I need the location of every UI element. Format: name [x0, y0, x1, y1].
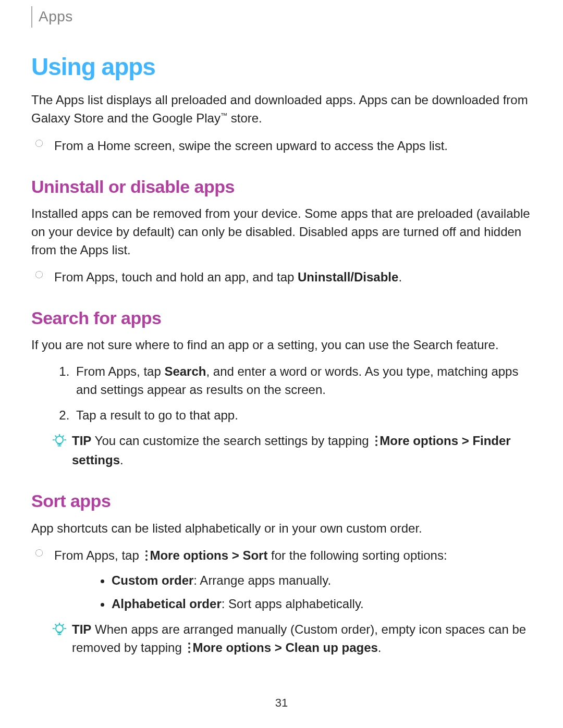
intro-bullets: From a Home screen, swipe the screen upw…: [31, 137, 532, 155]
chevron: >: [271, 640, 285, 655]
tip-label: TIP: [72, 434, 91, 448]
alpha-order-label: Alphabetical order: [112, 597, 222, 611]
svg-point-2: [375, 440, 377, 442]
list-item: Custom order: Arrange apps manually.: [112, 572, 532, 590]
more-options-label: More options: [192, 640, 271, 655]
section-label: Apps: [39, 8, 73, 24]
heading-search: Search for apps: [31, 305, 532, 331]
svg-point-3: [375, 444, 377, 446]
uninstall-bullet-post: .: [398, 270, 402, 284]
lightbulb-icon: [52, 622, 67, 636]
intro-text-pre: The Apps list displays all preloaded and…: [31, 93, 528, 125]
sort-label: Sort: [242, 548, 267, 562]
section-header: Apps: [31, 6, 532, 28]
svg-point-0: [56, 436, 63, 443]
step1-bold: Search: [164, 364, 206, 378]
uninstall-bullets: From Apps, touch and hold an app, and ta…: [31, 268, 532, 287]
sort-sublist: Custom order: Arrange apps manually. Alp…: [54, 572, 532, 613]
svg-point-10: [188, 651, 190, 653]
svg-point-6: [145, 559, 148, 561]
tm-symbol: ™: [221, 112, 227, 119]
uninstall-paragraph: Installed apps can be removed from your …: [31, 205, 532, 259]
alpha-order-text: : Sort apps alphabetically.: [222, 597, 364, 611]
intro-bullet-text: From a Home screen, swipe the screen upw…: [54, 139, 448, 153]
svg-point-5: [145, 554, 148, 557]
list-item: Tap a result to go to that app.: [73, 406, 532, 425]
list-item: From Apps, tap Search, and enter a word …: [73, 363, 532, 399]
sort-bullet-post: for the following sorting options:: [267, 548, 447, 562]
chevron: >: [458, 434, 472, 448]
step1-pre: From Apps, tap: [76, 364, 164, 378]
more-options-icon: [187, 640, 191, 659]
heading-uninstall: Uninstall or disable apps: [31, 174, 532, 200]
custom-order-label: Custom order: [112, 573, 193, 587]
step2-text: Tap a result to go to that app.: [76, 408, 238, 422]
more-options-icon: [374, 434, 378, 452]
uninstall-bullet-bold: Uninstall/Disable: [298, 270, 398, 284]
tip-label: TIP: [72, 622, 91, 636]
chevron: >: [228, 548, 242, 562]
clean-up-label: Clean up pages: [285, 640, 377, 655]
svg-point-8: [188, 643, 190, 645]
sort-paragraph: App shortcuts can be listed alphabetical…: [31, 520, 532, 538]
tip-block-sort: TIP When apps are arranged manually (Cus…: [52, 621, 532, 659]
uninstall-bullet-pre: From Apps, touch and hold an app, and ta…: [54, 270, 298, 284]
page-title: Using apps: [31, 50, 532, 84]
search-steps: From Apps, tap Search, and enter a word …: [31, 363, 532, 424]
tip-pre: You can customize the search settings by…: [91, 434, 372, 448]
tip-text: TIP When apps are arranged manually (Cus…: [72, 621, 532, 659]
list-item: From Apps, tap More options > Sort for t…: [54, 547, 532, 613]
svg-point-7: [56, 625, 63, 632]
sort-bullets: From Apps, tap More options > Sort for t…: [31, 547, 532, 613]
intro-text-post: store.: [227, 111, 262, 125]
svg-point-1: [375, 436, 377, 438]
tip-text: TIP You can customize the search setting…: [72, 432, 532, 470]
more-options-icon: [144, 548, 149, 566]
tip-end: .: [120, 453, 124, 467]
svg-point-4: [145, 550, 148, 552]
heading-sort: Sort apps: [31, 488, 532, 514]
search-paragraph: If you are not sure where to find an app…: [31, 336, 532, 354]
sort-bullet-pre: From Apps, tap: [54, 548, 142, 562]
more-options-label: More options: [380, 434, 458, 448]
tip-end: .: [378, 640, 382, 655]
list-item: Alphabetical order: Sort apps alphabetic…: [112, 595, 532, 613]
page-number: 31: [31, 695, 532, 711]
svg-point-9: [188, 647, 190, 649]
list-item: From Apps, touch and hold an app, and ta…: [54, 268, 532, 287]
list-item: From a Home screen, swipe the screen upw…: [54, 137, 532, 155]
tip-block-search: TIP You can customize the search setting…: [52, 432, 532, 470]
intro-paragraph: The Apps list displays all preloaded and…: [31, 91, 532, 128]
custom-order-text: : Arrange apps manually.: [193, 573, 331, 587]
lightbulb-icon: [52, 433, 67, 448]
more-options-label: More options: [150, 548, 228, 562]
